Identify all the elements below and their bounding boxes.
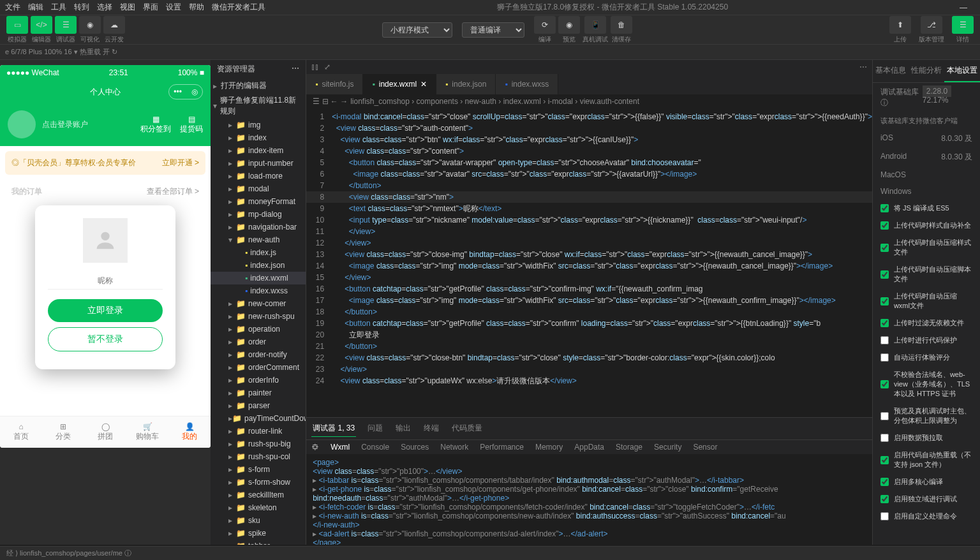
setting-checkbox[interactable]: 上传时进行代码保护 [873, 332, 980, 349]
console-tab[interactable]: 输出 [394, 420, 412, 437]
split-icon[interactable]: ⫿⫿ [311, 63, 319, 71]
upload-button[interactable]: ⬆ [889, 16, 911, 34]
setting-checkbox[interactable]: 上传时过滤无依赖文件 [873, 314, 980, 332]
tree-item[interactable]: ▸ 📁skeleton [211, 501, 306, 514]
tree-item[interactable]: ▾ 📁new-auth [211, 233, 306, 246]
console-tab[interactable]: 调试器 1, 33 [311, 420, 356, 437]
tab-category[interactable]: ⊞分类 [42, 416, 84, 448]
devtools-tab[interactable]: Memory [535, 443, 563, 452]
editor-tab[interactable]: ▪ siteinfo.js [306, 74, 363, 94]
tree-item[interactable]: ▸ 📁parser [211, 399, 306, 412]
tree-item[interactable]: ▸ 📁load-more [211, 170, 306, 182]
compile-select[interactable]: 普通编译 [462, 22, 524, 38]
tree-item[interactable]: ▸ 📁new-comer [211, 297, 306, 310]
tree-item[interactable]: ▸ 📁s-form-show [211, 476, 306, 489]
menu-item[interactable]: 帮助 [189, 2, 204, 13]
settings-tab[interactable]: 性能分析 [909, 60, 944, 82]
devtools-tab[interactable]: Performance [480, 443, 524, 452]
setting-checkbox[interactable]: 启用自定义处理命令 [873, 508, 980, 525]
settings-tab[interactable]: 基本信息 [873, 60, 909, 82]
setting-checkbox[interactable]: 启用多核心编译 [873, 473, 980, 490]
preview-button[interactable]: ◉ [558, 16, 580, 34]
nickname-input[interactable] [48, 272, 163, 290]
menu-item[interactable]: 设置 [166, 2, 181, 13]
menu-item[interactable]: 文件 [5, 2, 20, 13]
devtools-tab[interactable]: Security [654, 443, 681, 452]
tree-item[interactable]: ▸ 📁modal [211, 182, 306, 195]
tree-item[interactable]: ▸ 📁router-link [211, 425, 306, 438]
tree-item[interactable]: ▸ 📁operation [211, 323, 306, 335]
setting-checkbox[interactable]: 将 JS 编译成 ES5 [873, 200, 980, 217]
setting-checkbox[interactable]: 上传代码时样式自动补全 [873, 217, 980, 234]
inspect-icon[interactable]: ⯐ [311, 443, 319, 452]
tree-item[interactable]: ▸ 📁orderInfo [211, 374, 306, 387]
login-button[interactable]: 立即登录 [48, 299, 163, 322]
setting-checkbox[interactable]: 上传代码时自动压缩wxml文件 [873, 288, 980, 314]
setting-checkbox[interactable]: 预览及真机调试时主包、分包体积上限调整为 [873, 402, 980, 429]
tab-mine[interactable]: 👤我的 [168, 416, 211, 448]
remote-debug-button[interactable]: 📱 [584, 16, 606, 34]
setting-checkbox[interactable]: 不校验合法域名、web-view（业务域名）、TLS本以及 HTTPS 证书 [873, 366, 980, 402]
devtools-tab[interactable]: Sensor [693, 443, 717, 452]
minimize-icon[interactable]: — [960, 3, 967, 12]
capsule-menu[interactable]: •••◎ [168, 84, 203, 99]
tree-item[interactable]: ▸ 📁seckillItem [211, 489, 306, 501]
console-tab[interactable]: 终端 [422, 420, 440, 437]
devtools-tab[interactable]: Wxml [330, 443, 350, 452]
tree-item[interactable]: ▸ 📁rush-spu-col [211, 450, 306, 463]
devtools-tab[interactable]: Sources [401, 443, 429, 452]
tree-item[interactable]: ▪index.js [211, 246, 306, 259]
setting-checkbox[interactable]: 启用独立域进行调试 [873, 490, 980, 508]
menu-item[interactable]: 微信开发者工具 [212, 2, 265, 13]
tree-item[interactable]: ▸ 📁mp-dialog [211, 208, 306, 221]
tree-item[interactable]: ▸ 📁orderComment [211, 361, 306, 374]
more-icon[interactable]: ⋯ [859, 63, 867, 71]
tab-group[interactable]: ◯拼团 [84, 416, 126, 448]
tab-home[interactable]: ⌂首页 [0, 416, 42, 448]
code-icon[interactable]: ▤ [180, 115, 203, 124]
tree-item[interactable]: ▸ 📁payTimeCountDown [211, 412, 306, 425]
editor-tab[interactable]: ▪ index.json [436, 74, 496, 94]
expand-icon[interactable]: ⤢ [324, 63, 330, 71]
console-tab[interactable]: 代码质量 [450, 420, 484, 437]
project-root[interactable]: ▾狮子鱼修复前端11.8新规则 [211, 93, 306, 119]
visual-button[interactable]: ◉ [79, 16, 101, 34]
tree-item[interactable]: ▪index.wxml [211, 272, 306, 284]
compile-button[interactable]: ⟳ [534, 16, 556, 34]
simulator-button[interactable]: ▭ [6, 16, 28, 34]
devtools-tab[interactable]: Storage [616, 443, 642, 452]
open-editors[interactable]: ▸打开的编辑器 [211, 78, 306, 93]
tree-item[interactable]: ▸ 📁tabbar [211, 540, 306, 545]
tree-item[interactable]: ▸ 📁spike [211, 527, 306, 540]
devtools-tab[interactable]: Console [361, 443, 389, 452]
breadcrumb[interactable]: ☰ ⊟ ← → lionfish_comshop › components › … [306, 94, 872, 108]
editor-button[interactable]: </> [31, 16, 52, 34]
setting-checkbox[interactable]: 自动运行体验评分 [873, 349, 980, 366]
tab-cart[interactable]: 🛒购物车 [126, 416, 168, 448]
setting-checkbox[interactable]: 启用代码自动热重载（不支持 json 文件） [873, 446, 980, 473]
menu-item[interactable]: 转到 [74, 2, 89, 13]
tree-item[interactable]: ▸ 📁rush-spu-big [211, 438, 306, 450]
editor-tab[interactable]: ▪ index.wxss [496, 74, 558, 94]
setting-checkbox[interactable]: 上传代码时自动压缩脚本文件 [873, 261, 980, 288]
editor-tab[interactable]: ▪ index.wxml ✕ [363, 74, 436, 94]
more-icon[interactable]: ⋯ [292, 64, 299, 75]
tree-item[interactable]: ▸ 📁new-rush-spu [211, 310, 306, 323]
devtools-tab[interactable]: AppData [574, 443, 604, 452]
setting-checkbox[interactable]: 上传代码时自动压缩样式文件 [873, 234, 980, 261]
tree-item[interactable]: ▸ 📁img [211, 119, 306, 131]
menu-item[interactable]: 界面 [143, 2, 158, 13]
points-icon[interactable]: ▦ [140, 115, 171, 124]
details-button[interactable]: ☰ [952, 16, 974, 34]
breadcrumb-icons[interactable]: ☰ ⊟ ← → [313, 97, 348, 106]
tree-item[interactable]: ▪index.json [211, 259, 306, 272]
member-banner[interactable]: ◎「贝壳会员」尊享特权·会员专享价 立即开通 > [5, 151, 205, 175]
nologin-button[interactable]: 暂不登录 [48, 327, 163, 351]
menu-item[interactable]: 选择 [97, 2, 112, 13]
clear-cache-button[interactable]: 🗑 [611, 16, 632, 34]
tree-item[interactable]: ▸ 📁index [211, 131, 306, 144]
menu-item[interactable]: 编辑 [28, 2, 43, 13]
console-tab[interactable]: 问题 [366, 420, 384, 437]
tree-item[interactable]: ▸ 📁s-form [211, 463, 306, 476]
tree-item[interactable]: ▪index.wxss [211, 284, 306, 297]
